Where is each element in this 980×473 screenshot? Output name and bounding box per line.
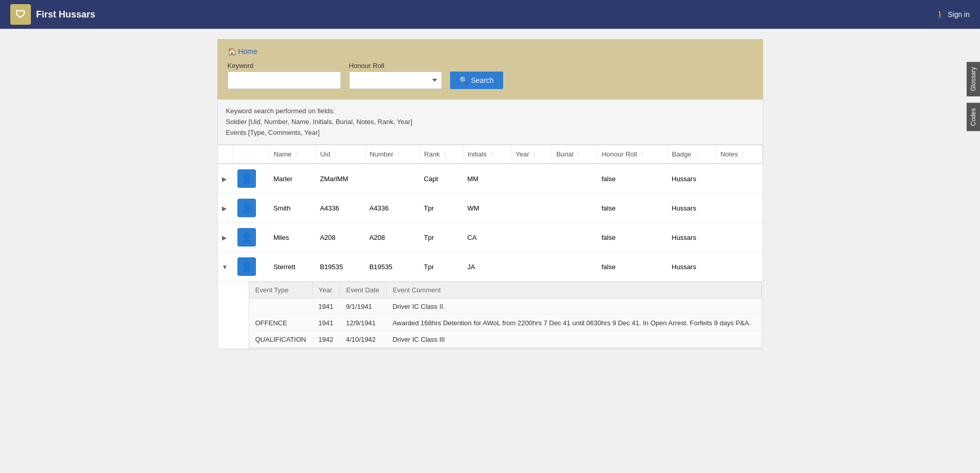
col-initials[interactable]: Initials ⋮ [463,145,511,164]
search-form: Keyword Honour Roll Hussars 🔍 Search [228,62,753,89]
col-honour-roll[interactable]: Honour Roll ⋮ [597,145,667,164]
burial-cell [552,252,597,282]
col-expand [218,145,233,164]
col-rank[interactable]: Rank ⋮ [420,145,463,164]
uid-cell: B19535 [316,252,365,282]
honour-roll-group: Honour Roll Hussars [349,62,442,89]
rank-cell: Tpr [420,223,463,252]
col-name-sort: ⋮ [294,151,299,157]
col-burial-label: Burial [556,150,573,158]
avatar-button[interactable]: 👤 [237,228,256,247]
table-row: ▼ 👤 Sterrett B19535 B19535 Tpr JA false … [218,252,763,282]
codes-tab[interactable]: Codes [967,103,980,131]
notes-cell [716,223,762,252]
burial-cell [552,223,597,252]
keyword-label: Keyword [228,62,341,69]
badge-cell: Hussars [667,223,716,252]
avatar-icon: 👤 [241,232,252,243]
col-badge-label: Badge [672,150,692,158]
avatar-button[interactable]: 👤 [237,257,256,276]
year-cell [511,194,552,223]
expand-arrow[interactable]: ▶ [222,234,227,241]
avatar-icon: 👤 [241,261,252,272]
event-row: QUALIFICATION 1942 4/10/1942 Driver IC C… [249,331,762,348]
glossary-tab[interactable]: Glossary [967,62,980,96]
events-col-year: Year [312,282,340,299]
event-type-cell [249,299,313,315]
year-cell [511,223,552,252]
search-button[interactable]: 🔍 Search [450,72,503,89]
rank-cell: Tpr [420,252,463,282]
signin-button[interactable]: 🚶 Sign in [936,10,970,19]
avatar-cell: 👤 [233,223,269,252]
burial-cell [552,194,597,223]
expand-arrow[interactable]: ▼ [222,264,228,271]
data-table-container: Name ⋮ Uid ⋮ Number ⋮ [217,145,763,349]
home-link[interactable]: Home [238,47,257,56]
col-avatar [233,145,269,164]
avatar-button[interactable]: 👤 [237,169,256,188]
main-content: 🏠 Home Keyword Honour Roll Hussars 🔍 Sea… [217,29,763,360]
avatar-button[interactable]: 👤 [237,199,256,217]
info-line1: Keyword search performed on fields: [226,106,754,117]
initials-cell: CA [463,223,511,252]
navbar: 🛡 First Hussars 🚶 Sign in [0,0,980,29]
number-cell: A208 [365,223,420,252]
col-year[interactable]: Year ⋮ [511,145,552,164]
col-notes[interactable]: Notes ⋮ [716,145,762,164]
col-notes-label: Notes [720,150,738,158]
expand-cell[interactable]: ▶ [218,194,233,223]
rank-cell: Tpr [420,194,463,223]
event-date-cell: 12/9/1941 [340,315,386,331]
table-row: ▶ 👤 Smith A4336 A4336 Tpr WM false Hussa… [218,194,763,223]
col-uid[interactable]: Uid ⋮ [316,145,365,164]
expand-cell[interactable]: ▼ [218,252,233,282]
event-year-cell: 1942 [312,331,340,348]
col-name[interactable]: Name ⋮ [269,145,316,164]
expand-cell[interactable]: ▶ [218,223,233,252]
year-cell [511,252,552,282]
col-name-label: Name [273,150,291,158]
name-cell: Sterrett [269,252,316,282]
signin-label: Sign in [948,10,970,19]
event-comment-cell: Driver IC Class III [386,331,761,348]
event-date-cell: 4/10/1942 [340,331,386,348]
number-cell: B19535 [365,252,420,282]
search-panel: 🏠 Home Keyword Honour Roll Hussars 🔍 Sea… [217,39,763,99]
col-number-sort: ⋮ [396,151,401,157]
notes-cell [716,164,762,194]
event-type-cell: QUALIFICATION [249,331,313,348]
brand-logo: 🛡 [10,4,31,25]
col-burial-sort: ⋮ [575,151,581,157]
avatar-cell: 👤 [233,164,269,194]
logo-icon: 🛡 [15,9,26,21]
data-table: Name ⋮ Uid ⋮ Number ⋮ [218,145,763,349]
events-col-type: Event Type [249,282,313,299]
events-col-comment: Event Comment [386,282,761,299]
table-row: ▶ 👤 Marler ZMarlMM Capt MM false Hussars [218,164,763,194]
col-number[interactable]: Number ⋮ [365,145,420,164]
expand-cell[interactable]: ▶ [218,164,233,194]
col-year-sort: ⋮ [531,151,537,157]
keyword-input[interactable] [228,72,341,89]
honour-roll-cell: false [597,223,667,252]
honour-roll-label: Honour Roll [349,62,442,69]
info-line2: Soldier [Uid, Number, Name, Initials, Bu… [226,117,754,128]
name-cell: Miles [269,223,316,252]
burial-cell [552,164,597,194]
events-table-container: Event Type Year Event Date Event Comment… [249,282,763,348]
event-year-cell: 1941 [312,299,340,315]
col-badge[interactable]: Badge ⋮ [667,145,716,164]
brand-label: First Hussars [36,9,95,20]
badge-cell: Hussars [667,194,716,223]
name-cell: Marler [269,164,316,194]
honour-roll-cell: false [597,194,667,223]
col-burial[interactable]: Burial ⋮ [552,145,597,164]
col-number-label: Number [370,150,393,158]
avatar-icon: 👤 [241,202,252,214]
honour-roll-select[interactable]: Hussars [349,72,442,89]
expand-arrow[interactable]: ▶ [222,205,227,212]
expand-arrow[interactable]: ▶ [222,176,227,183]
rank-cell: Capt [420,164,463,194]
avatar-cell: 👤 [233,194,269,223]
